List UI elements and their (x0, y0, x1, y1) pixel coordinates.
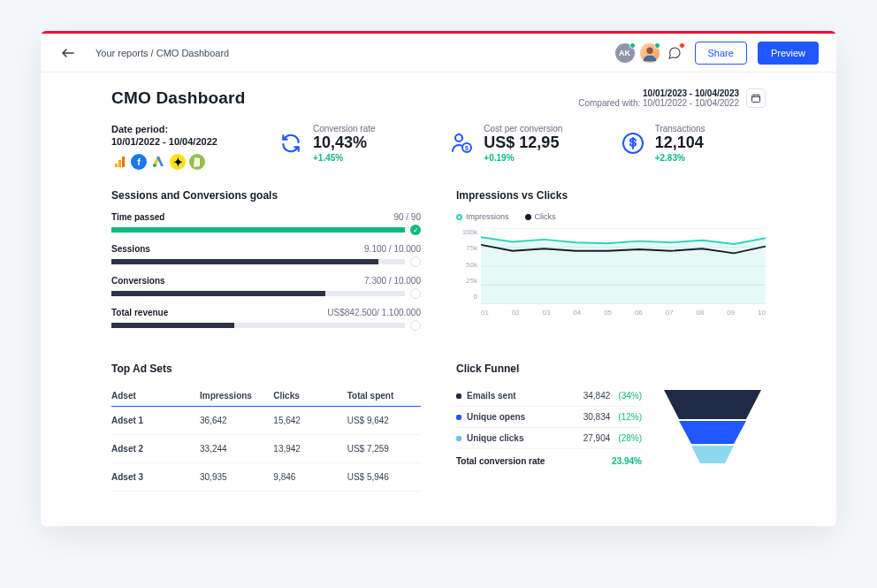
funnel-item-pct: (34%) (618, 391, 642, 401)
table-header[interactable]: Total spent (347, 386, 421, 407)
table-cell: US$ 7,259 (347, 435, 421, 463)
back-button[interactable] (58, 43, 78, 63)
table-cell: 9,846 (273, 463, 347, 492)
table-header[interactable]: Adset (111, 386, 200, 407)
goal-row: Total revenueUS$842.500/ 1.100.000 (111, 308, 421, 331)
kpi-label: Conversion rate (313, 124, 376, 134)
arrow-left-icon (62, 49, 74, 57)
table-cell: 13,942 (273, 435, 347, 463)
goal-bar (111, 259, 405, 264)
preview-button[interactable]: Preview (758, 42, 819, 65)
table-cell: 33,244 (200, 435, 273, 463)
svg-marker-17 (691, 446, 734, 463)
table-cell: 30,935 (200, 463, 273, 492)
funnel-title: Click Funnel (456, 363, 766, 375)
date-range-picker[interactable]: 10/01/2023 - 10/04/2023 Compared with: 1… (578, 88, 766, 108)
notification-dot-icon (679, 42, 685, 49)
avatar-user-2[interactable] (640, 43, 660, 63)
table-header[interactable]: Clicks (273, 386, 347, 407)
circle-empty-icon (410, 256, 421, 267)
facebook-icon: f (131, 154, 147, 170)
chat-button[interactable] (665, 43, 684, 63)
person-cost-icon: $ (448, 130, 475, 157)
funnel-item: Unique clicks27,904(28%) (456, 428, 642, 449)
goals-title: Sessions and Conversions goals (111, 189, 421, 202)
integration-icons: f ✦ (111, 154, 253, 170)
svg-rect-3 (118, 160, 121, 167)
topbar-right: AK Share Preview (615, 42, 819, 65)
table-cell: Adset 3 (111, 463, 200, 492)
goal-bar (111, 227, 405, 233)
period-kpi-row: Date period: 10/01/2022 - 10/04/2022 f ✦… (111, 124, 766, 170)
funnel-item-pct: (12%) (618, 412, 642, 422)
kpi-label: Cost per conversion (484, 124, 562, 134)
funnel-item-value: 34,842 (583, 391, 611, 401)
svg-rect-4 (122, 157, 125, 167)
checkmark-icon: ✓ (410, 225, 421, 235)
goals-section: Sessions and Conversions goals Time pass… (111, 189, 421, 340)
goal-name: Time passed (111, 212, 164, 222)
google-ads-icon (150, 154, 166, 170)
kpi-value: US$ 12,95 (484, 134, 562, 153)
legend-clicks[interactable]: Clicks (525, 212, 556, 221)
goal-value: 7.300 / 10.000 (364, 276, 421, 286)
svg-marker-15 (664, 390, 761, 419)
impressions-title: Impressions vs Clicks (456, 189, 766, 202)
topbar: Your reports / CMO Dashboard AK Share Pr… (41, 34, 836, 73)
funnel-total-label: Total conversion rate (456, 456, 545, 466)
table-cell: US$ 9,642 (347, 407, 421, 435)
kpi-value: 12,104 (655, 134, 705, 153)
table-cell: Adset 1 (111, 407, 200, 435)
funnel-item: Unique opens30,834(12%) (456, 407, 642, 428)
funnel-item-value: 27,904 (583, 433, 611, 443)
breadcrumb[interactable]: Your reports / CMO Dashboard (95, 48, 229, 58)
kpi-transactions: Transactions 12,104 +2.83% (620, 124, 766, 163)
google-analytics-icon (111, 154, 127, 170)
date-period-label: Date period: (111, 124, 253, 134)
funnel-item-value: 30,834 (583, 412, 611, 422)
circle-empty-icon (410, 320, 421, 331)
kpi-value: 10,43% (313, 134, 376, 153)
shopify-icon (189, 154, 205, 170)
funnel-item-pct: (28%) (618, 433, 642, 443)
page-title: CMO Dashboard (111, 88, 245, 108)
goal-bar (111, 291, 405, 296)
kpi-delta: +0.19% (484, 153, 562, 163)
svg-marker-16 (679, 421, 746, 444)
legend-swatch-icon (456, 415, 461, 420)
adsets-title: Top Ad Sets (111, 363, 421, 375)
legend-swatch-icon (456, 436, 461, 441)
avatar-user-1[interactable]: AK (615, 43, 635, 63)
funnel-item-name: Unique opens (467, 412, 578, 422)
share-button[interactable]: Share (695, 42, 747, 65)
svg-point-5 (153, 164, 156, 167)
goal-name: Sessions (111, 244, 150, 254)
goal-value: US$842.500/ 1.100.000 (327, 308, 421, 317)
goal-bar (111, 323, 405, 328)
adsets-table: AdsetImpressionsClicksTotal spentAdset 1… (111, 386, 421, 492)
breadcrumb-root[interactable]: Your reports (95, 48, 149, 58)
svg-rect-2 (115, 164, 118, 167)
calendar-button[interactable] (746, 88, 766, 108)
kpi-delta: +1.45% (313, 153, 376, 163)
svg-point-0 (646, 47, 652, 53)
funnel-total-value: 23.94% (612, 456, 642, 466)
funnel-section: Click Funnel Emails sent34,842(34%)Uniqu… (456, 363, 766, 492)
app-shell: Your reports / CMO Dashboard AK Share Pr… (41, 31, 836, 526)
kpi-cost-per-conversion: $ Cost per conversion US$ 12,95 +0.19% (448, 124, 594, 163)
table-header[interactable]: Impressions (200, 386, 273, 407)
title-row: CMO Dashboard 10/01/2023 - 10/04/2023 Co… (111, 88, 766, 108)
goal-value: 9.100 / 10.000 (364, 244, 421, 254)
date-period-block: Date period: 10/01/2022 - 10/04/2022 f ✦ (111, 124, 253, 170)
funnel-item: Emails sent34,842(34%) (456, 386, 642, 407)
date-range-compare: Compared with: 10/01/2022 - 10/04/2022 (578, 98, 739, 108)
goal-value: 90 / 90 (393, 212, 421, 222)
calendar-icon (751, 93, 761, 103)
svg-text:$: $ (465, 145, 469, 152)
circle-empty-icon (410, 288, 421, 299)
funnel-item-name: Emails sent (467, 391, 578, 401)
date-period-value: 10/01/2022 - 10/04/2022 (111, 136, 253, 147)
legend-impressions[interactable]: Impressions (456, 212, 509, 221)
breadcrumb-page[interactable]: CMO Dashboard (156, 48, 230, 58)
funnel-chart-icon (660, 386, 766, 474)
